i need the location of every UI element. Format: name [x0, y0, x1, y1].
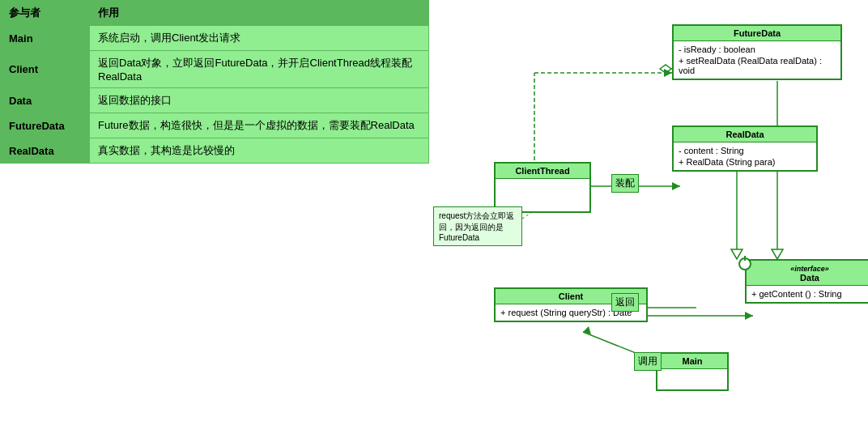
realdata-method-1: + RealData (String para) — [679, 156, 811, 168]
table-row: Client 返回Data对象，立即返回FutureData，并开启Client… — [1, 51, 429, 88]
row-desc-data: 返回数据的接口 — [90, 88, 429, 113]
row-name-main: Main — [1, 26, 90, 51]
row-name-client: Client — [1, 51, 90, 88]
realdata-field-1: - content : String — [679, 145, 811, 156]
row-desc-realdata: 真实数据，其构造是比较慢的 — [90, 138, 429, 164]
svg-marker-8 — [664, 69, 672, 77]
label-diaoyong: 调用 — [634, 352, 662, 371]
table-row: Data 返回数据的接口 — [1, 88, 429, 113]
futuredata-header: FutureData — [674, 26, 840, 41]
data-title: Data — [800, 273, 819, 283]
row-name-futuredata: FutureData — [1, 113, 90, 138]
futuredata-box: FutureData - isReady : boolean + setReal… — [672, 24, 842, 80]
data-box: «interface» Data + getContent () : Strin… — [745, 259, 868, 304]
note-text: request方法会立即返回，因为返回的是FutureData — [439, 211, 514, 242]
main-body — [657, 369, 727, 389]
svg-marker-14 — [745, 312, 753, 320]
realdata-body: - content : String + RealData (String pa… — [674, 142, 816, 170]
row-desc-main: 系统启动，调用Client发出请求 — [90, 26, 429, 51]
svg-marker-5 — [772, 249, 783, 259]
label-fanhui: 返回 — [611, 293, 639, 312]
row-name-data: Data — [1, 88, 90, 113]
realdata-box: RealData - content : String + RealData (… — [672, 125, 818, 172]
data-interface-label: «interface» — [790, 265, 829, 273]
data-body: + getContent () : String — [747, 286, 868, 302]
row-name-realdata: RealData — [1, 138, 90, 164]
main-header: Main — [657, 354, 727, 369]
header-participant: 参与者 — [1, 1, 90, 26]
table-row: RealData 真实数据，其构造是比较慢的 — [1, 138, 429, 164]
table-row: Main 系统启动，调用Client发出请求 — [1, 26, 429, 51]
data-lollipop-stick — [744, 256, 746, 261]
data-header: «interface» Data — [747, 261, 868, 286]
realdata-header: RealData — [674, 127, 816, 142]
row-desc-client: 返回Data对象，立即返回FutureData，并开启ClientThread线… — [90, 51, 429, 88]
futuredata-body: - isReady : boolean + setRealData (RealD… — [674, 41, 840, 79]
svg-marker-10 — [672, 182, 680, 190]
futuredata-field-1: - isReady : boolean — [679, 44, 836, 55]
participants-table: 参与者 作用 Main 系统启动，调用Client发出请求 Client 返回D… — [0, 0, 429, 164]
clientthread-header: ClientThread — [496, 164, 589, 179]
row-desc-futuredata: Future数据，构造很快，但是是一个虚拟的数据，需要装配RealData — [90, 113, 429, 138]
svg-marker-16 — [583, 326, 591, 334]
table-header-row: 参与者 作用 — [1, 1, 429, 26]
futuredata-method-1: + setRealData (RealData realData) : void — [679, 55, 836, 76]
note-box: request方法会立即返回，因为返回的是FutureData — [433, 206, 522, 246]
table-row: FutureData Future数据，构造很快，但是是一个虚拟的数据，需要装配… — [1, 113, 429, 138]
header-role: 作用 — [90, 1, 429, 26]
uml-diagram: FutureData - isReady : boolean + setReal… — [429, 0, 868, 421]
label-zhuangpei: 装配 — [611, 174, 639, 193]
svg-marker-1 — [660, 65, 671, 73]
main-box: Main — [656, 352, 729, 391]
clientthread-box: ClientThread — [494, 162, 591, 213]
data-method-1: + getContent () : String — [751, 288, 868, 300]
